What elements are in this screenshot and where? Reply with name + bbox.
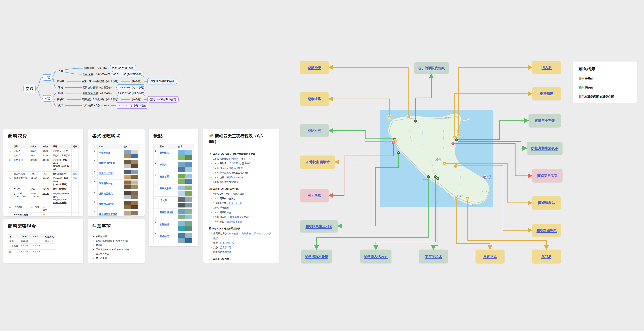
map-label-yeyin-spring[interactable]: 蘭嶼野銀冷泉 <box>532 224 561 237</box>
place-link[interactable]: 阿東飛魚刈包 <box>99 182 112 185</box>
map-label-weather-station[interactable]: 蘭嶼氣象站 <box>532 196 561 209</box>
heart-marker[interactable]: ♥ <box>392 141 395 144</box>
mindmap-route[interactable]: 台東火車站-富岡漁港- (klook預定) <box>82 80 118 83</box>
day-header: 🏝 Day 3 | 6/8 環島秘境探索日 <box>209 227 274 230</box>
map-label-canoe-nightmarket[interactable]: 拼板舟和東清夜市 <box>527 142 562 155</box>
heart-marker[interactable]: ♥ <box>451 142 455 145</box>
map-label-adong-bao[interactable]: 蘭嶼阿東飛魚刈包 <box>300 220 338 233</box>
place-link[interactable]: 蘭嶼燈塔 <box>160 151 169 154</box>
mindmap-node[interactable]: 客輪 <box>58 92 63 95</box>
map-label-langdao-secret[interactable]: 朗島祕境 <box>300 61 329 74</box>
mindmap-time-box[interactable]: 06:12-06:33 (21分鐘) <box>110 65 136 71</box>
place-link[interactable]: 朗島密境 <box>229 232 238 235</box>
mindmap-time-box[interactable]: 預定11:30接駁車會到 <box>148 78 177 84</box>
place-link[interactable]: 朗島秘境 <box>160 223 169 225</box>
mindmap-branch-outbound[interactable]: 去程 <box>42 74 52 81</box>
map-label-feichibuke[interactable]: 非吃不可 <box>300 124 329 137</box>
place-link[interactable]: 蘭嶼氣象站 <box>220 171 231 174</box>
place-link[interactable]: 情人洞 <box>160 199 167 202</box>
place-link[interactable]: 青青草原 <box>160 175 169 178</box>
mindmap-time-box[interactable]: 預定12:00機接駁車會到 <box>148 96 178 103</box>
place-link[interactable]: 野銀冷泉 <box>254 232 264 235</box>
place-link[interactable]: 雯雯芋頭冰 <box>220 246 232 249</box>
place-link[interactable]: 龍門港 <box>160 163 167 166</box>
mindmap-node[interactable]: 客輪 <box>58 86 63 89</box>
flag-marker[interactable]: ⚑ <box>397 151 400 155</box>
photo-tile <box>124 201 131 205</box>
star-marker[interactable]: ★ <box>455 197 458 200</box>
table-link[interactable]: 連結 <box>73 173 77 175</box>
map-label-kaiyuan-harbor[interactable]: 開元漁港 <box>300 189 329 202</box>
map-label-driftwood-restaurant[interactable]: 蘭嶼漂流木餐廳 <box>301 250 332 263</box>
mindmap-route[interactable]: 富岡漁港-蘭嶼 - (金星客輪) <box>83 86 112 89</box>
mindmap-route[interactable]: 台東-桃園 - 自強3000 477 <box>83 104 110 107</box>
list-item: 4阿東飛魚刈包 <box>92 180 140 190</box>
camera-marker[interactable] <box>483 176 486 179</box>
mindmap-route[interactable]: 蘭嶼-富岡漁港 - (金星客輪) <box>83 92 112 95</box>
flag-marker[interactable]: ⚑ <box>455 138 458 142</box>
map-label-longmen-harbor[interactable]: 龍門港 <box>532 250 561 263</box>
place-link[interactable]: 蘭嶼漂流木餐廳 <box>99 162 115 164</box>
map-label-wenwen-taro[interactable]: 雯雯芋頭冰 <box>419 250 448 263</box>
flag-marker[interactable]: ⚑ <box>436 177 440 180</box>
map-label-mutian-bnb[interactable]: 蘭嶼莯田民宿 <box>532 169 562 182</box>
place-link[interactable]: 非吃不可 <box>231 162 240 165</box>
mindmap-route[interactable]: 樹林-台東 - 自強3000 408 <box>83 73 110 76</box>
place-link[interactable]: 青青草原 <box>230 216 239 218</box>
place-link[interactable]: 阿東飛魚刈包 <box>220 242 234 244</box>
star-marker[interactable]: ★ <box>443 162 446 165</box>
flag-marker[interactable]: ⚑ <box>414 119 418 123</box>
mindmap-time-box[interactable]: 06:54-11:09 (4小時15分鐘) <box>112 71 144 77</box>
divider <box>8 142 79 142</box>
place-link[interactable]: 東清三十三號 <box>228 202 242 204</box>
map-label-cpc-station[interactable]: 台灣中油 蘭嶼站 <box>300 156 335 169</box>
star-marker[interactable]: ★ <box>388 115 391 119</box>
mindmap-node[interactable]: 接駁車 <box>57 98 64 101</box>
place-link[interactable]: 蘭嶼氣象站 <box>160 187 171 190</box>
map-label-dongqing-33[interactable]: 東清三十三號 <box>528 114 561 127</box>
mindmap-route[interactable]: 桃園-樹林 - 區間1120 <box>84 67 107 70</box>
photo-tile <box>185 226 192 231</box>
mindmap-branch-return[interactable]: 回程 <box>42 95 52 102</box>
map-label-dongqing-secret[interactable]: 東清祕境 <box>532 87 561 100</box>
svg-text:⚑: ⚑ <box>434 176 436 178</box>
star-marker[interactable]: ★ <box>407 115 410 118</box>
place-link[interactable]: 蘭嶼燈塔 <box>242 232 251 235</box>
notes-title: 注意事項 <box>92 223 140 229</box>
place-link[interactable]: 蘭嶼莯田民宿 <box>229 167 243 169</box>
place-link[interactable]: 開元漁港 <box>229 158 238 160</box>
mindmap-time-box[interactable]: 09:30-12:00 (約2.5小時) <box>117 90 145 96</box>
star-marker[interactable]: ★ <box>466 197 469 200</box>
flag-marker[interactable]: ⚑ <box>427 175 430 179</box>
itinerary-day: 🏄 Day 2 | 6/7 SUP & 浮潛日08:00 SUP 活動（建議穿泳… <box>209 185 274 225</box>
column-header <box>92 144 98 149</box>
place-link[interactable]: 莯田涼品冰品 <box>99 192 112 195</box>
map-label-green-grassland[interactable]: 青青草原 <box>476 250 504 263</box>
svg-text:★: ★ <box>408 116 410 118</box>
place-link[interactable]: 蘭嶼野銀冷泉 <box>160 211 174 214</box>
place-link[interactable]: 東清秘境 <box>160 235 169 237</box>
table-link[interactable]: 連結 <box>73 177 77 180</box>
map-label-lovers-cave[interactable]: 情人洞 <box>532 61 561 74</box>
place-link[interactable]: 東清三十三號 <box>99 172 112 174</box>
place-link[interactable]: 蘭嶼旅人rover <box>99 203 114 205</box>
mindmap-node[interactable]: 接駁車 <box>57 80 64 83</box>
star-marker[interactable]: ★ <box>457 133 460 137</box>
map-label-laoding-duck[interactable]: 老丁的單眼皮鴨頭 <box>414 62 448 74</box>
whiteboard-canvas[interactable]: ★★⚑⚑★♥⚑★★⚑♥★★⚑⚑⚑★★ 小雞岩蘭嶼野銀蘭嶼鄉四道溝龍門溪龍頭Do … <box>0 0 644 331</box>
place-link[interactable]: 雯雯芋頭冰 <box>99 151 110 154</box>
mindmap-node[interactable]: 火車 <box>58 69 63 72</box>
mindmap-time-box[interactable]: 13:43-18:53 (5小時10分鐘) <box>116 102 148 109</box>
map-label-lighthouse[interactable]: 蘭嶼燈塔 <box>300 92 329 105</box>
mindmap-route[interactable]: 富岡漁港-台東火車站- (klook預定) <box>82 98 118 101</box>
mindmap-root[interactable]: 交通 <box>24 85 36 92</box>
photo-tile <box>178 238 185 243</box>
mindmap-node[interactable]: 火車 <box>58 104 63 107</box>
map-label-rover[interactable]: 蘭嶼旅人·Rover <box>360 250 392 263</box>
place-link[interactable]: 蘭嶼漂流木餐廳 <box>226 220 242 223</box>
place-link[interactable]: 老丁的單眼皮鴨頭 <box>99 213 117 215</box>
item-text: 點心： <box>213 246 220 249</box>
place-link[interactable]: 蘭嶼旅人 · Rover <box>226 176 244 179</box>
item-text: → <box>251 232 254 235</box>
mindmap-time-box[interactable]: 12:30-15:00 (約2.5小時) <box>117 84 145 91</box>
